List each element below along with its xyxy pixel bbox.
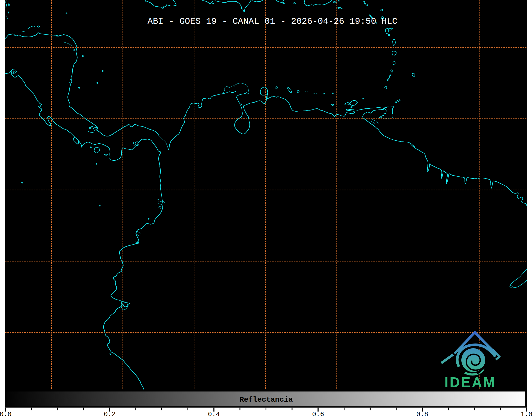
svg-text:0.6: 0.6: [312, 411, 324, 417]
svg-text:ABI - GOES 19 - CANAL 01 - 202: ABI - GOES 19 - CANAL 01 - 2026-04-26 19…: [148, 16, 398, 26]
svg-text:IDEAM: IDEAM: [444, 374, 496, 390]
svg-text:0.2: 0.2: [104, 411, 116, 417]
svg-text:0.4: 0.4: [208, 411, 220, 417]
svg-text:1.0: 1.0: [520, 411, 532, 417]
svg-text:0.8: 0.8: [416, 411, 428, 417]
svg-text:Reflectancia: Reflectancia: [239, 396, 293, 404]
svg-text:0.0: 0.0: [0, 411, 11, 417]
